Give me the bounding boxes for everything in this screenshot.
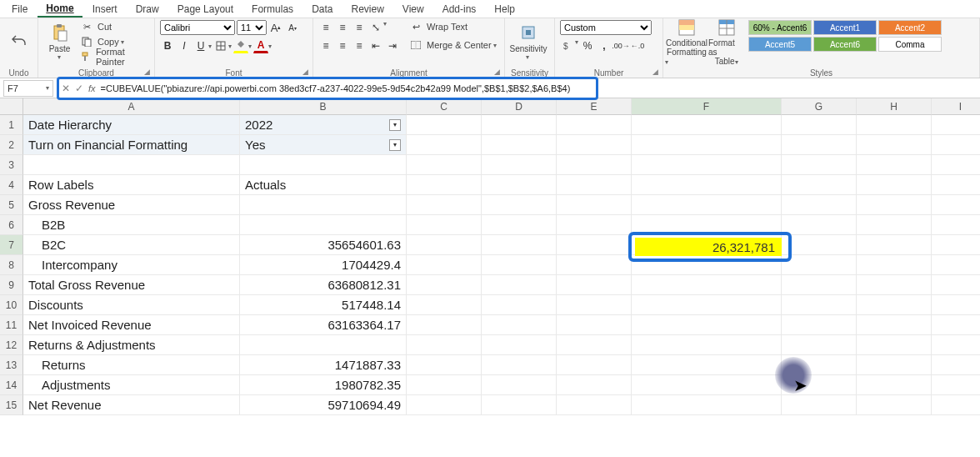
align-left-button[interactable]: ≡ xyxy=(318,38,333,53)
cell-H14[interactable] xyxy=(857,375,932,395)
cell-B3[interactable] xyxy=(240,155,407,175)
cell-D5[interactable] xyxy=(482,195,557,215)
cell-C13[interactable] xyxy=(407,355,482,375)
menu-data[interactable]: Data xyxy=(303,2,341,17)
column-header-I[interactable]: I xyxy=(932,98,980,115)
cell-I14[interactable] xyxy=(932,375,980,395)
menu-review[interactable]: Review xyxy=(342,2,392,17)
column-header-F[interactable]: F xyxy=(632,98,782,115)
cell-I5[interactable] xyxy=(932,195,980,215)
cell-E8[interactable] xyxy=(557,255,632,275)
fill-color-button[interactable] xyxy=(233,38,248,53)
cell-G12[interactable] xyxy=(782,335,857,355)
menu-file[interactable]: File xyxy=(3,2,36,17)
cell-C3[interactable] xyxy=(407,155,482,175)
menu-view[interactable]: View xyxy=(394,2,432,17)
cell-B7[interactable]: 35654601.63 xyxy=(240,235,407,255)
decrease-indent-button[interactable]: ⇤ xyxy=(368,38,383,53)
cell-I11[interactable] xyxy=(932,315,980,335)
row-header-15[interactable]: 15 xyxy=(0,395,23,415)
cell-G8[interactable] xyxy=(782,255,857,275)
orientation-button[interactable]: ⤡ xyxy=(368,20,383,35)
cell-G10[interactable] xyxy=(782,295,857,315)
cell-G13[interactable] xyxy=(782,355,857,375)
italic-button[interactable]: I xyxy=(177,38,192,53)
cell-D8[interactable] xyxy=(482,255,557,275)
cell-D1[interactable] xyxy=(482,115,557,135)
cell-G5[interactable] xyxy=(782,195,857,215)
cell-F2[interactable] xyxy=(632,135,782,155)
cell-H5[interactable] xyxy=(857,195,932,215)
column-header-H[interactable]: H xyxy=(857,98,932,115)
cell-E10[interactable] xyxy=(557,295,632,315)
formula-input[interactable]: =CUBEVALUE("pbiazure://api.powerbi.com 3… xyxy=(101,83,571,93)
row-header-13[interactable]: 13 xyxy=(0,355,23,375)
enter-formula-button[interactable]: ✓ xyxy=(75,83,83,94)
cell-A8[interactable]: Intercompany xyxy=(23,255,240,275)
style-cell[interactable]: Accent2 xyxy=(878,20,942,35)
number-format-select[interactable]: Custom xyxy=(560,20,652,35)
cell-I10[interactable] xyxy=(932,295,980,315)
cell-I8[interactable] xyxy=(932,255,980,275)
cell-G3[interactable] xyxy=(782,155,857,175)
cell-G7[interactable] xyxy=(782,235,857,255)
cell-C5[interactable] xyxy=(407,195,482,215)
cell-F4[interactable] xyxy=(632,175,782,195)
cell-C1[interactable] xyxy=(407,115,482,135)
menu-formulas[interactable]: Formulas xyxy=(243,2,302,17)
cell-F10[interactable] xyxy=(632,295,782,315)
cell-A6[interactable]: B2B xyxy=(23,215,240,235)
cell-C4[interactable] xyxy=(407,175,482,195)
cell-D11[interactable] xyxy=(482,315,557,335)
cell-H9[interactable] xyxy=(857,275,932,295)
cell-E11[interactable] xyxy=(557,315,632,335)
cell-F1[interactable] xyxy=(632,115,782,135)
column-header-C[interactable]: C xyxy=(407,98,482,115)
style-cell[interactable]: Comma xyxy=(878,37,942,52)
row-header-7[interactable]: 7 xyxy=(0,235,23,255)
cell-A7[interactable]: B2C xyxy=(23,235,240,255)
bold-button[interactable]: B xyxy=(160,38,175,53)
increase-font-button[interactable]: A▴ xyxy=(268,20,283,35)
row-header-9[interactable]: 9 xyxy=(0,275,23,295)
font-launcher[interactable]: ◢ xyxy=(302,68,311,76)
merge-center-button[interactable]: Merge & Center▾ xyxy=(408,38,497,52)
number-launcher[interactable]: ◢ xyxy=(652,68,661,76)
column-header-E[interactable]: E xyxy=(557,98,632,115)
comma-button[interactable]: , xyxy=(597,38,612,53)
align-middle-button[interactable]: ≡ xyxy=(335,20,350,35)
align-right-button[interactable]: ≡ xyxy=(352,38,367,53)
menu-help[interactable]: Help xyxy=(486,2,523,17)
cell-H12[interactable] xyxy=(857,335,932,355)
cell-D6[interactable] xyxy=(482,215,557,235)
row-header-5[interactable]: 5 xyxy=(0,195,23,215)
borders-button[interactable] xyxy=(213,38,228,53)
cell-E4[interactable] xyxy=(557,175,632,195)
cell-D10[interactable] xyxy=(482,295,557,315)
decrease-decimal-button[interactable]: ←.0 xyxy=(630,38,645,53)
cell-H3[interactable] xyxy=(857,155,932,175)
cell-F8[interactable] xyxy=(632,255,782,275)
cell-D4[interactable] xyxy=(482,175,557,195)
cell-G14[interactable] xyxy=(782,375,857,395)
cell-F12[interactable] xyxy=(632,335,782,355)
cell-E12[interactable] xyxy=(557,335,632,355)
cell-I3[interactable] xyxy=(932,155,980,175)
cell-F5[interactable] xyxy=(632,195,782,215)
cell-C12[interactable] xyxy=(407,335,482,355)
cell-F14[interactable] xyxy=(632,375,782,395)
cell-B4[interactable]: Actuals xyxy=(240,175,407,195)
row-header-4[interactable]: 4 xyxy=(0,175,23,195)
cell-D9[interactable] xyxy=(482,275,557,295)
conditional-formatting-button[interactable]: Conditional Formatting ▾ xyxy=(668,20,705,63)
cell-A1[interactable]: Date Hierarchy xyxy=(23,115,240,135)
cell-H7[interactable] xyxy=(857,235,932,255)
accounting-button[interactable]: $ xyxy=(560,38,575,53)
cell-styles-gallery[interactable]: 60% - Accent6Accent1Accent2Accent5Accent… xyxy=(748,20,942,52)
clipboard-launcher[interactable]: ◢ xyxy=(144,68,152,76)
cell-E7[interactable] xyxy=(557,235,632,255)
cell-H6[interactable] xyxy=(857,215,932,235)
font-name-select[interactable]: Calibri xyxy=(160,20,235,35)
cell-I6[interactable] xyxy=(932,215,980,235)
cell-H10[interactable] xyxy=(857,295,932,315)
